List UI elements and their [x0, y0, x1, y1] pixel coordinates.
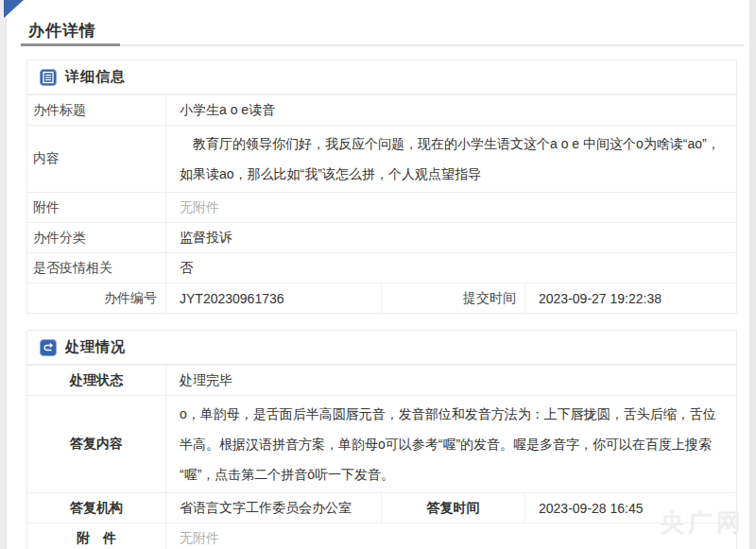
reply-content-value: o，单韵母，是舌面后半高圆唇元音，发音部位和发音方法为：上下唇拢圆，舌头后缩，舌…: [166, 396, 736, 492]
table-row: 附 件 无附件: [27, 523, 736, 549]
epidemic-related-label: 是否疫情相关: [27, 253, 166, 283]
process-status-label: 处理状态: [27, 366, 166, 395]
case-attachment-label: 附件: [27, 193, 166, 222]
detail-panel-header: 详细信息: [27, 60, 736, 94]
cnr-watermark: 央广网: [660, 506, 745, 540]
reply-attachment-value: 无附件: [166, 523, 736, 549]
table-row: 答复内容 o，单韵母，是舌面后半高圆唇元音，发音部位和发音方法为：上下唇拢圆，舌…: [27, 395, 736, 492]
title-underline-active-segment: [21, 43, 120, 46]
epidemic-related-value: 否: [166, 253, 736, 283]
detail-panel-title: 详细信息: [65, 68, 126, 86]
reply-document-icon: [40, 339, 57, 356]
reply-time-label: 答复时间: [382, 493, 525, 523]
table-row: 是否疫情相关 否: [27, 252, 736, 283]
process-panel-title: 处理情况: [65, 338, 126, 356]
title-underline: [21, 44, 745, 46]
table-row: 处理状态 处理完毕: [27, 365, 736, 395]
page-title: 办件详情: [28, 20, 96, 42]
reply-agency-value: 省语言文字工作委员会办公室: [166, 493, 382, 523]
reply-agency-label: 答复机构: [27, 493, 166, 523]
document-list-icon: [40, 69, 57, 86]
table-row: 答复机构 省语言文字工作委员会办公室 答复时间 2023-09-28 16:45: [27, 492, 736, 523]
submit-time-label: 提交时间: [382, 283, 525, 313]
table-row: 办件分类 监督投诉: [27, 222, 736, 252]
table-row: 附件 无附件: [27, 192, 736, 222]
case-content-label: 内容: [27, 126, 166, 192]
case-title-value: 小学生a o e读音: [166, 95, 736, 125]
case-attachment-value: 无附件: [166, 193, 736, 222]
case-number-value: JYT20230961736: [166, 283, 382, 313]
case-category-value: 监督投诉: [166, 223, 736, 252]
reply-attachment-label: 附 件: [27, 523, 166, 549]
process-status-value: 处理完毕: [166, 366, 736, 395]
process-panel-header: 处理情况: [27, 331, 736, 365]
process-status-panel: 处理情况 处理状态 处理完毕 答复内容 o，单韵母，是舌面后半高圆唇元音，发音部…: [26, 330, 737, 549]
case-content-value: 教育厅的领导你们好，我反应个问题，现在的小学生语文这个a o e 中间这个o为啥…: [166, 126, 736, 192]
table-row: 办件标题 小学生a o e读音: [27, 94, 736, 125]
table-row: 办件编号 JYT20230961736 提交时间 2023-09-27 19:2…: [27, 283, 736, 313]
case-number-label: 办件编号: [27, 283, 166, 313]
case-category-label: 办件分类: [27, 223, 166, 252]
table-row: 内容 教育厅的领导你们好，我反应个问题，现在的小学生语文这个a o e 中间这个…: [27, 125, 736, 192]
detail-info-panel: 详细信息 办件标题 小学生a o e读音 内容 教育厅的领导你们好，我反应个问题…: [26, 60, 737, 314]
corner-fold-decoration: [4, 0, 24, 18]
case-title-label: 办件标题: [27, 95, 166, 125]
page-right-edge: [749, 0, 756, 549]
submit-time-value: 2023-09-27 19:22:38: [525, 283, 736, 313]
page-left-edge: [0, 0, 7, 549]
reply-content-label: 答复内容: [27, 396, 166, 492]
